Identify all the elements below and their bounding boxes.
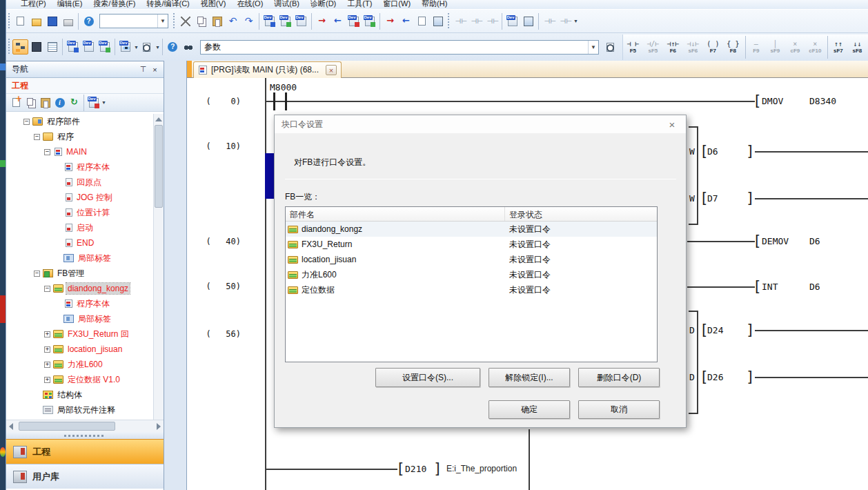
ladder-symbol-button[interactable]: × cF9 <box>785 36 805 59</box>
fb-list-row[interactable]: diandong_kongz 未设置口令 <box>286 222 657 237</box>
tree-item[interactable]: 位置计算 <box>7 205 152 220</box>
tree-item[interactable]: 局部标签 <box>7 251 152 266</box>
undo-icon[interactable] <box>225 14 241 29</box>
tree-item[interactable]: 回原点 <box>7 175 152 190</box>
tree-item[interactable]: location_jisuan <box>7 342 152 357</box>
new-data-icon[interactable] <box>9 96 23 110</box>
tree-expander-icon[interactable] <box>44 286 50 292</box>
chevron-down-icon[interactable]: ▼ <box>134 45 139 50</box>
device-find-icon[interactable] <box>139 39 155 55</box>
navigation-view-button[interactable]: 用户库 <box>6 464 164 489</box>
tree-expander-icon[interactable] <box>44 377 50 383</box>
column-header-status[interactable]: 登录状态 <box>505 207 542 221</box>
tree-item[interactable]: 程序本体 <box>7 296 152 311</box>
device-write-icon[interactable] <box>346 14 362 29</box>
device-comment-icon[interactable] <box>262 14 277 29</box>
find-target-combobox[interactable]: 参数▼ <box>200 40 599 55</box>
menu-item[interactable]: 调试(B) <box>269 0 304 9</box>
ladder-symbol-button[interactable]: ⊣↑⊢ F6 <box>663 36 683 59</box>
delete-password-button[interactable]: 删除口令(D) <box>578 368 660 387</box>
navigation-window-icon[interactable] <box>12 39 28 55</box>
menu-item[interactable]: 转换/编译(C) <box>141 0 194 9</box>
device-initial-value-icon[interactable] <box>293 14 309 29</box>
quick-access-combobox[interactable]: ▼ <box>99 14 168 28</box>
tree-item[interactable]: 启动 <box>7 220 152 235</box>
set-password-button[interactable]: 设置口令(S)... <box>375 368 480 387</box>
toolbar-grip[interactable] <box>8 13 11 30</box>
copy-icon[interactable] <box>193 14 209 29</box>
device-batch-replace-icon[interactable] <box>97 39 112 55</box>
tree-item[interactable]: JOG 控制 <box>7 190 152 205</box>
device-batch-monitor-icon[interactable] <box>520 14 536 29</box>
column-header-name[interactable]: 部件名 <box>286 207 505 221</box>
ladder-symbol-button[interactable]: │ sF9 <box>765 36 785 59</box>
fb-list-row[interactable]: FX3U_Return 未设置口令 <box>286 237 657 252</box>
scrollbar-thumb[interactable] <box>19 422 115 431</box>
ladder-symbol-button[interactable]: ⊣↓⊢ sF6 <box>683 36 703 59</box>
save-project-icon[interactable] <box>44 14 60 29</box>
watch-stop-icon[interactable] <box>557 14 573 29</box>
unlock-button[interactable]: 解除锁定(I)... <box>489 368 570 387</box>
redo-icon[interactable] <box>241 14 257 29</box>
device-test-icon[interactable] <box>504 14 520 29</box>
scroll-left-icon[interactable] <box>9 423 13 430</box>
scroll-right-icon[interactable] <box>157 423 161 430</box>
menu-item[interactable]: 编辑(E) <box>52 0 88 9</box>
tree-item[interactable]: FB管理 <box>7 266 152 281</box>
copy-data-icon[interactable] <box>23 96 38 110</box>
device-memory-icon[interactable] <box>277 14 293 29</box>
menu-item[interactable]: 帮助(H) <box>417 0 452 9</box>
tab-close-icon[interactable]: × <box>326 65 337 75</box>
transfer-setup-icon[interactable] <box>398 14 414 29</box>
menu-item[interactable]: 诊断(D) <box>306 0 341 9</box>
output-window-icon[interactable] <box>44 39 60 55</box>
chevron-down-icon[interactable]: ▼ <box>101 100 106 105</box>
menu-item[interactable]: 窗口(W) <box>378 0 415 9</box>
monitor-start-icon[interactable] <box>452 14 468 29</box>
paste-icon[interactable] <box>209 14 225 29</box>
sort-filter-icon[interactable] <box>86 96 101 110</box>
ladder-symbol-button[interactable]: ↑↑ sF7 <box>827 36 847 59</box>
paste-data-icon[interactable] <box>38 96 52 110</box>
tree-expander-icon[interactable] <box>34 271 40 277</box>
ladder-symbol-button[interactable]: ( ) F7 <box>703 36 723 59</box>
pin-icon[interactable]: ⊤ <box>137 64 149 75</box>
tree-horizontal-scrollbar[interactable] <box>6 420 164 432</box>
tree-item[interactable]: diandong_kongz <box>7 281 152 296</box>
ladder-symbol-button[interactable]: ⊣/⊢ sF5 <box>643 36 663 59</box>
fb-list-row[interactable]: 力准L600 未设置口令 <box>286 267 657 282</box>
cross-reference-icon[interactable] <box>181 39 197 55</box>
open-project-icon[interactable] <box>28 14 44 29</box>
chevron-down-icon[interactable]: ▼ <box>155 45 160 50</box>
tree-item[interactable]: MAIN <box>7 144 152 159</box>
tree-item[interactable]: END <box>7 235 152 251</box>
refresh-icon[interactable] <box>67 96 81 110</box>
tree-item[interactable]: 力准L600 <box>7 357 152 372</box>
close-icon[interactable]: × <box>658 115 686 133</box>
read-from-plc-icon[interactable] <box>330 14 346 29</box>
monitor-icon[interactable] <box>430 14 446 29</box>
toolbar-overflow-chevron[interactable]: ▼ <box>573 19 578 23</box>
new-project-icon[interactable] <box>12 14 28 29</box>
chevron-down-icon[interactable]: ▼ <box>588 41 596 54</box>
tree-item[interactable]: 局部标签 <box>7 311 152 326</box>
close-icon[interactable]: × <box>149 64 161 75</box>
ladder-symbol-button[interactable]: ↓↓ sF8 <box>847 36 867 59</box>
tree-item[interactable]: FX3U_Return 回 <box>7 326 152 342</box>
tree-item[interactable]: 程序 <box>7 129 152 144</box>
menu-item[interactable]: 工程(P) <box>16 0 51 9</box>
watch-start-icon[interactable] <box>541 14 557 29</box>
tree-item[interactable]: 结构体 <box>7 387 152 402</box>
tree-item[interactable]: 定位数据 V1.0 <box>7 372 152 387</box>
tree-item[interactable]: 程序部件 <box>7 114 152 129</box>
remote-operation-icon[interactable] <box>382 14 398 29</box>
find-in-window-icon[interactable] <box>602 39 618 55</box>
tree-item[interactable]: 程序本体 <box>7 159 152 175</box>
device-verify-icon[interactable] <box>362 14 377 29</box>
device-display-icon[interactable] <box>117 39 133 55</box>
tree-expander-icon[interactable] <box>44 331 50 337</box>
document-tab[interactable]: [PRG]读取 MAIN (只读) (68... × <box>193 61 342 78</box>
fb-list[interactable]: 部件名 登录状态 diandong_kongz 未设置口令 FX3U_Retur… <box>285 206 658 362</box>
monitor-stop-icon[interactable] <box>468 14 484 29</box>
ladder-symbol-button[interactable]: ⊣ ⊢ F5 <box>623 36 643 59</box>
